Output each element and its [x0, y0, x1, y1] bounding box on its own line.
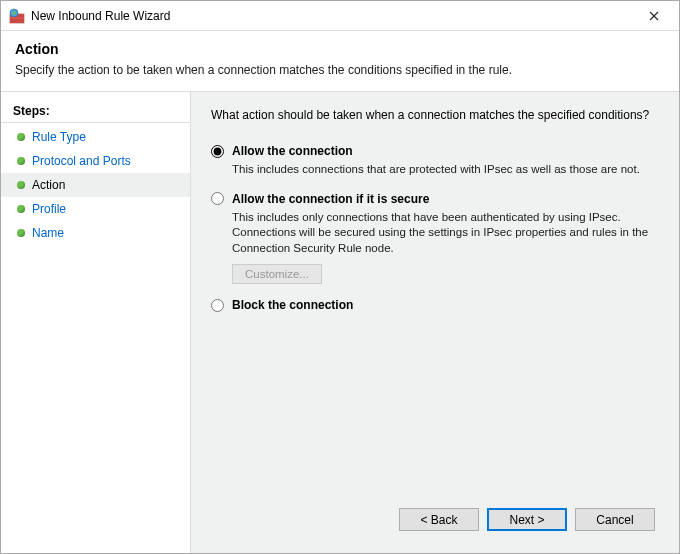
step-name[interactable]: Name [1, 221, 190, 245]
page-subtitle: Specify the action to be taken when a co… [15, 63, 665, 77]
cancel-button[interactable]: Cancel [575, 508, 655, 531]
step-label: Action [32, 178, 65, 192]
bullet-icon [17, 205, 25, 213]
steps-sidebar: Steps: Rule Type Protocol and Ports Acti… [1, 92, 191, 553]
firewall-icon [9, 8, 25, 24]
customize-button: Customize... [232, 264, 322, 284]
radio-block[interactable] [211, 299, 224, 312]
content-prompt: What action should be taken when a conne… [211, 108, 659, 122]
option-allow-secure-label: Allow the connection if it is secure [232, 192, 429, 206]
step-rule-type[interactable]: Rule Type [1, 125, 190, 149]
bullet-icon [17, 133, 25, 141]
back-button[interactable]: < Back [399, 508, 479, 531]
step-label: Profile [32, 202, 66, 216]
window-title: New Inbound Rule Wizard [31, 9, 637, 23]
option-block-control[interactable]: Block the connection [211, 298, 659, 312]
option-allow-desc: This includes connections that are prote… [232, 162, 652, 178]
close-button[interactable] [637, 4, 671, 28]
bullet-icon [17, 157, 25, 165]
option-allow-label: Allow the connection [232, 144, 353, 158]
content-panel: What action should be taken when a conne… [191, 92, 679, 553]
option-allow-secure-control[interactable]: Allow the connection if it is secure [211, 192, 659, 206]
radio-allow-secure[interactable] [211, 192, 224, 205]
close-icon [649, 11, 659, 21]
bullet-icon [17, 229, 25, 237]
option-allow-secure-desc: This includes only connections that have… [232, 210, 652, 257]
bullet-icon [17, 181, 25, 189]
footer-buttons: < Back Next > Cancel [211, 498, 659, 545]
step-label: Name [32, 226, 64, 240]
page-title: Action [15, 41, 665, 57]
step-profile[interactable]: Profile [1, 197, 190, 221]
step-action: Action [1, 173, 190, 197]
svg-rect-2 [10, 19, 24, 22]
titlebar: New Inbound Rule Wizard [1, 1, 679, 31]
option-allow-control[interactable]: Allow the connection [211, 144, 659, 158]
step-protocol-and-ports[interactable]: Protocol and Ports [1, 149, 190, 173]
option-block-label: Block the connection [232, 298, 353, 312]
header: Action Specify the action to be taken wh… [1, 31, 679, 92]
steps-heading: Steps: [1, 100, 190, 123]
step-label: Protocol and Ports [32, 154, 131, 168]
radio-allow[interactable] [211, 145, 224, 158]
option-allow-secure: Allow the connection if it is secure Thi… [211, 192, 659, 285]
next-button[interactable]: Next > [487, 508, 567, 531]
option-allow: Allow the connection This includes conne… [211, 144, 659, 178]
step-label: Rule Type [32, 130, 86, 144]
option-block: Block the connection [211, 298, 659, 312]
